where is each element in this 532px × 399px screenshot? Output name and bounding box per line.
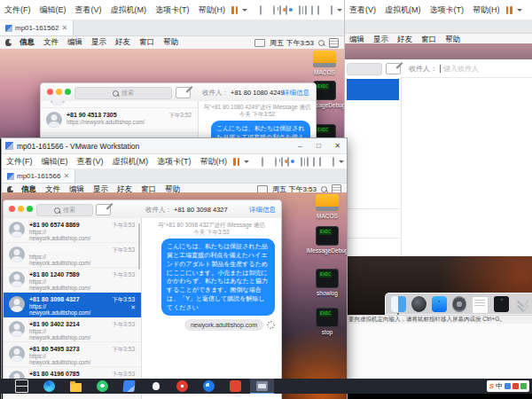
menu-tabs[interactable]: 选项卡(T) — [151, 4, 194, 16]
snapshot-revert-icon[interactable] — [275, 157, 277, 167]
desktop-icon-macos[interactable]: MACOS — [308, 194, 347, 219]
input-menu-icon[interactable] — [329, 38, 339, 48]
menu-view[interactable]: 查看(V) — [71, 4, 106, 16]
minimize-button[interactable]: – — [291, 142, 309, 150]
scrollbar-thumb[interactable] — [138, 223, 141, 270]
spotlight-icon[interactable] — [318, 40, 325, 46]
minimize-traffic-light[interactable] — [18, 206, 24, 212]
downloads-stack-icon[interactable] — [514, 296, 529, 312]
console-view-icon[interactable] — [305, 5, 307, 15]
macos-menu-window[interactable]: 窗口 — [135, 37, 159, 48]
menu-file[interactable]: 文件(F) — [0, 4, 35, 16]
take-snapshot-icon[interactable] — [281, 157, 283, 167]
recipient-number[interactable]: +81 80 1080 4249 — [231, 89, 285, 98]
pause-vm-icon[interactable] — [231, 6, 238, 14]
pause-dropdown-icon[interactable] — [517, 9, 522, 12]
vmware-taskbar-active[interactable] — [250, 379, 274, 394]
menu-edit[interactable]: 编辑(E) — [37, 156, 73, 168]
snapshot-manager-icon[interactable] — [287, 157, 289, 167]
menu-file[interactable]: 文件(F) — [2, 156, 37, 168]
messages-titlebar-back[interactable]: 搜索 收件人： +81 80 1080 4249 详细信息 — [41, 83, 316, 102]
textedit-icon[interactable] — [472, 296, 489, 314]
itunes-icon[interactable] — [150, 380, 161, 392]
red-app-icon[interactable] — [230, 380, 241, 392]
menu-help[interactable]: 帮助(H) — [196, 156, 232, 168]
menu-vm[interactable]: 虚拟机(M) — [380, 4, 426, 16]
details-link[interactable]: 详细信息 — [283, 89, 309, 98]
menu-help[interactable]: 帮助(H) — [194, 4, 231, 16]
apple-menu-icon[interactable] — [5, 39, 12, 46]
macos-menu-display[interactable]: 显示 — [87, 37, 111, 48]
vmware-titlebar[interactable]: mp01-161566 - VMware Workstation – □ ✕ — [2, 138, 347, 154]
messages-dock-icon[interactable] — [432, 296, 447, 312]
vm-tab-161562[interactable]: mp01-161562 ✕ — [0, 20, 74, 35]
macos-menu-file[interactable]: 文件 — [39, 37, 63, 48]
take-snapshot-icon[interactable] — [279, 5, 281, 15]
input-method-tray[interactable]: S 中 — [487, 380, 529, 392]
macos-menu-help[interactable]: 帮助 — [159, 37, 183, 48]
messages-titlebar-front[interactable]: 搜索 收件人： +81 80 3098 4327 详细信息 — [4, 200, 281, 219]
conversation-row-selected[interactable]: +81 80 3098 4327 下午3:53 https:// newyork… — [4, 293, 141, 317]
capture-dropdown-icon[interactable] — [339, 160, 344, 163]
menu-tabs[interactable]: 选项卡(T) — [426, 4, 469, 16]
ime-keyboard-icon[interactable] — [520, 383, 527, 389]
send-ctrl-alt-del-icon[interactable] — [262, 157, 263, 167]
compose-button[interactable] — [96, 204, 111, 215]
pause-dropdown-icon[interactable] — [242, 9, 247, 12]
conversation-row[interactable]: +81 80 9210 5164 下午3:53 https:// newyork… — [4, 243, 141, 268]
menubar-clock[interactable]: 周五 下午3:53 — [270, 38, 314, 48]
macos-menu-edit[interactable]: 编辑 — [63, 37, 87, 48]
close-button[interactable]: ✕ — [328, 142, 347, 150]
close-traffic-light[interactable] — [9, 206, 15, 212]
spotlight-icon[interactable] — [321, 186, 327, 192]
conversation-row[interactable]: +81 90 6574 8869 下午3:53 https:// newyork… — [4, 218, 141, 243]
ime-tool-icon[interactable] — [512, 383, 519, 389]
desktop-icon-imessagedebug[interactable]: EXEC iMessageDebug — [308, 226, 347, 254]
send-ctrl-alt-del-icon[interactable] — [260, 5, 262, 15]
minimize-traffic-light[interactable] — [56, 89, 62, 95]
sogou-ime-icon[interactable]: S — [489, 380, 494, 392]
unity-mode-icon[interactable] — [319, 157, 321, 167]
menu-edit[interactable]: 编辑(E) — [35, 4, 71, 16]
tab-close-icon[interactable]: ✕ — [61, 25, 67, 32]
menu-help[interactable]: 帮助(H) — [468, 4, 505, 16]
conversation-row[interactable]: +81 90 4513 7305 下午3:52 https://newyork.… — [41, 107, 198, 133]
capture-dropdown-icon[interactable] — [337, 9, 342, 12]
zoom-traffic-light[interactable] — [65, 89, 71, 95]
menu-view[interactable]: 查看(V) — [345, 4, 380, 16]
fullscreen-icon[interactable] — [311, 5, 313, 15]
new-message-to-field[interactable]: 收件人： 键入收件人 — [402, 59, 532, 78]
menu-view[interactable]: 查看(V) — [73, 156, 108, 168]
conversation-row[interactable]: +81 90 3402 3214 下午3:53 https:// newyork… — [4, 317, 141, 342]
search-input[interactable] — [347, 63, 382, 75]
macos-menu-buddies[interactable]: 好友 — [111, 37, 135, 48]
desktop-icon-stop[interactable]: EXEC stop — [308, 308, 347, 335]
fullscreen-icon[interactable] — [313, 157, 315, 167]
capture-screen-icon[interactable] — [332, 157, 334, 167]
show-library-icon[interactable] — [301, 157, 302, 167]
finder-icon[interactable] — [391, 296, 406, 312]
show-library-icon[interactable] — [299, 5, 301, 15]
green-app-icon[interactable] — [97, 380, 108, 392]
conversation-close-icon[interactable]: ✕ — [130, 304, 136, 311]
conversation-row[interactable]: +81 80 5495 3273 下午3:53 https:// newyork… — [4, 342, 141, 367]
display-menu-icon[interactable] — [254, 39, 265, 47]
console-view-icon[interactable] — [307, 157, 309, 167]
edge-browser-icon[interactable] — [43, 380, 55, 392]
terminal-dock-icon[interactable] — [494, 296, 509, 312]
recipient-number[interactable]: +81 80 3098 4327 — [174, 206, 228, 215]
menu-tabs[interactable]: 选项卡(T) — [153, 156, 196, 168]
snapshot-manager-icon[interactable] — [286, 5, 287, 15]
task-view-icon[interactable] — [15, 379, 28, 393]
ime-tool-icon[interactable] — [505, 383, 511, 389]
pause-dropdown-icon[interactable] — [244, 160, 249, 163]
conversation-row[interactable]: +81 80 1240 7589 下午3:53 https:// newyork… — [4, 268, 141, 293]
maximize-button[interactable]: □ — [309, 142, 328, 150]
blue-browser-icon[interactable] — [203, 380, 215, 392]
macos-menu-messages[interactable]: 信息 — [15, 37, 39, 48]
search-input[interactable]: 搜索 — [36, 204, 93, 216]
link-preview-bubble[interactable]: newyork.adultishop.com — [184, 319, 263, 331]
launchpad-icon[interactable] — [411, 296, 426, 312]
pause-vm-icon[interactable] — [233, 158, 239, 166]
menu-vm[interactable]: 虚拟机(M) — [106, 4, 152, 16]
